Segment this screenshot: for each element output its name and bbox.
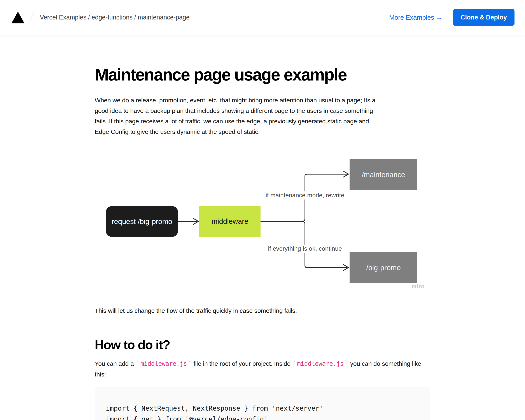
- clone-deploy-button[interactable]: Clone & Deploy: [453, 9, 515, 26]
- howto-text-2: file in the root of your project. Inside: [192, 360, 292, 367]
- vercel-triangle-icon[interactable]: [11, 12, 25, 23]
- code-content: import { NextRequest, NextResponse } fro…: [106, 403, 419, 420]
- header-actions: More Examples → Clone & Deploy: [389, 9, 515, 26]
- top-navigation-bar: Vercel Examples / edge-functions / maint…: [0, 0, 525, 35]
- after-diagram-paragraph: This will let us change the flow of the …: [95, 305, 431, 316]
- flow-diagram: request /big-promo middleware /maintenan…: [95, 151, 431, 295]
- inline-code-middleware-js-2: middleware.js: [292, 360, 348, 367]
- miro-watermark: miro: [412, 283, 425, 290]
- more-examples-link[interactable]: More Examples →: [389, 14, 442, 21]
- big-promo-box: /big-promo: [350, 252, 417, 283]
- article-content: Maintenance page usage example When we d…: [95, 35, 431, 420]
- inline-code-middleware-js: middleware.js: [135, 360, 192, 367]
- breadcrumb-slash-divider: [29, 11, 34, 23]
- howto-text-1: You can add a: [95, 360, 135, 367]
- howto-paragraph: You can add a middleware.js file in the …: [95, 358, 431, 380]
- code-block: import { NextRequest, NextResponse } fro…: [95, 387, 430, 420]
- howto-heading: How to do it?: [95, 338, 431, 352]
- maintenance-box: /maintenance: [350, 159, 417, 190]
- branch-label-maintenance: if maintenance mode, rewrite: [263, 191, 347, 199]
- intro-paragraph: When we do a release, promotion, event, …: [95, 95, 431, 137]
- middleware-box: middleware: [199, 206, 261, 237]
- breadcrumb[interactable]: Vercel Examples / edge-functions / maint…: [40, 14, 190, 21]
- branch-label-continue: if everything is ok, continue: [266, 244, 344, 253]
- request-box: request /big-promo: [106, 206, 178, 237]
- page-title: Maintenance page usage example: [95, 35, 431, 84]
